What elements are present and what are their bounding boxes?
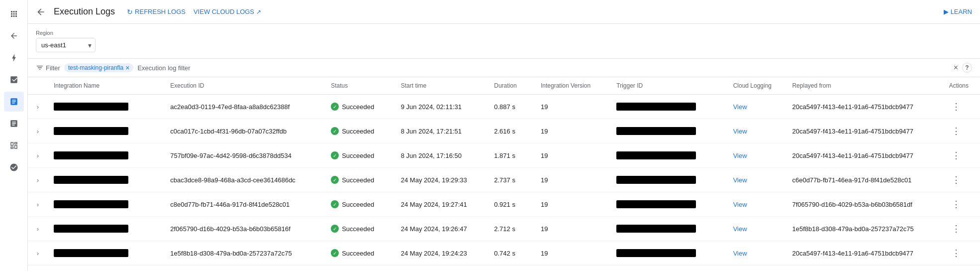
row-more-button[interactable]: ⋮: [949, 100, 963, 114]
cloud-logging-view-link[interactable]: View: [733, 103, 747, 111]
back-nav-icon[interactable]: [4, 26, 24, 46]
status-icon: ✓: [331, 103, 339, 111]
help-icon[interactable]: ?: [962, 63, 972, 73]
row-more-button[interactable]: ⋮: [949, 148, 963, 162]
cloud-logging-view-link[interactable]: View: [733, 225, 747, 233]
actions-cell: ⋮: [943, 168, 980, 192]
cloud-logging-cell: View: [727, 95, 786, 119]
grid-icon[interactable]: [4, 4, 24, 24]
region-select[interactable]: us-east1 us-central1 us-west1 europe-wes…: [36, 38, 96, 52]
region-label: Region: [36, 30, 972, 36]
filter-description: Execution log filter: [137, 64, 190, 72]
settings-icon[interactable]: [4, 157, 24, 177]
region-section: Region us-east1 us-central1 us-west1 eur…: [28, 24, 980, 59]
execution-id-cell: 1e5f8b18-d308-479a-bd0a-257237a72c75: [164, 241, 325, 266]
status-cell: ✓Succeeded: [325, 143, 395, 168]
execution-id-cell: cbac3dce8-98a9-468a-a3cd-cee3614686dc: [164, 168, 325, 192]
back-button[interactable]: [36, 7, 46, 17]
replayed-from-cell: c6e0d77b-fb71-46ea-917d-8f41de528c01: [786, 168, 943, 192]
execution-id-cell: c0ca017c-1cbd-4f31-96db-07a07c32ffdb: [164, 119, 325, 143]
executions-icon[interactable]: [4, 92, 24, 112]
sidebar: [0, 0, 28, 271]
table-row: ›757bf09e-97ac-4d42-9598-d6c3878dd534✓Su…: [28, 143, 980, 168]
status-icon: ✓: [331, 127, 339, 135]
col-duration-header: Duration: [488, 77, 535, 95]
col-name-header: Integration Name: [48, 77, 164, 95]
integration-name-redacted: [54, 249, 128, 257]
execution-id-cell: c8e0d77b-fb71-446a-917d-8f41de528c01: [164, 192, 325, 217]
row-expand-button[interactable]: ›: [34, 201, 42, 208]
filter-chip-close-icon[interactable]: ×: [125, 64, 129, 71]
cloud-logging-view-link[interactable]: View: [733, 201, 747, 208]
status-cell: ✓Succeeded: [325, 192, 395, 217]
col-cloud-header: Cloud Logging: [727, 77, 786, 95]
monitor-icon[interactable]: [4, 114, 24, 134]
status-text: Succeeded: [342, 225, 374, 233]
cloud-logging-view-link[interactable]: View: [733, 176, 747, 184]
row-expand-button[interactable]: ›: [34, 177, 42, 184]
row-more-button[interactable]: ⋮: [949, 197, 963, 211]
integration-version-cell: 19: [535, 266, 610, 271]
status-cell: ✓Succeeded: [325, 241, 395, 266]
refresh-logs-button[interactable]: ↻ REFRESH LOGS: [127, 8, 186, 16]
filter-label: Filter: [46, 64, 60, 72]
status-cell: ✓Succeeded: [325, 217, 395, 241]
col-trigger-header: Trigger ID: [610, 77, 727, 95]
cloud-logging-cell: View: [727, 241, 786, 266]
cloud-logging-cell: View: [727, 192, 786, 217]
status-icon: ✓: [331, 225, 339, 233]
start-time-cell: 24 May 2024, 19:27:41: [395, 192, 488, 217]
table-row: ›20ca5497-f413-4e11-91a6-4751bdcb9477✓Su…: [28, 266, 980, 271]
filter-chip[interactable]: test-masking-piranfla ×: [64, 63, 134, 72]
cloud-logging-view-link[interactable]: View: [733, 128, 747, 135]
learn-button[interactable]: ▶ LEARN: [944, 8, 972, 15]
duration-cell: 4.663 s: [488, 266, 535, 271]
table-row: ›cbac3dce8-98a9-468a-a3cd-cee3614686dc✓S…: [28, 168, 980, 192]
replayed-from-cell: ed47566b-cc85-43de-8559-31c1c559c16b: [786, 266, 943, 271]
integration-name-cell: [48, 95, 164, 119]
row-expand-button[interactable]: ›: [34, 250, 42, 257]
connectors-icon[interactable]: [4, 70, 24, 90]
filter-button[interactable]: Filter: [36, 64, 60, 72]
status-icon: ✓: [331, 176, 339, 184]
integration-version-cell: 19: [535, 192, 610, 217]
row-more-button[interactable]: ⋮: [949, 222, 963, 236]
table-row: ›2f065790-d16b-4029-b53a-b6b03b65816f✓Su…: [28, 217, 980, 241]
replayed-from-cell: 20ca5497-f413-4e11-91a6-4751bdcb9477: [786, 119, 943, 143]
templates-icon[interactable]: [4, 136, 24, 155]
row-expand-button[interactable]: ›: [34, 226, 42, 233]
col-version-header: Integration Version: [535, 77, 610, 95]
trigger-id-redacted: [616, 200, 696, 208]
trigger-id-cell: [610, 266, 727, 271]
close-filter-icon[interactable]: ×: [954, 63, 958, 72]
row-more-button[interactable]: ⋮: [949, 173, 963, 187]
integration-name-cell: [48, 168, 164, 192]
cloud-logging-view-link[interactable]: View: [733, 250, 747, 257]
row-expand-button[interactable]: ›: [34, 152, 42, 159]
status-text: Succeeded: [342, 176, 374, 184]
filter-bar: Filter test-masking-piranfla × Execution…: [28, 59, 980, 77]
status-text: Succeeded: [342, 103, 374, 111]
start-time-cell: 24 May 2024, 19:29:33: [395, 168, 488, 192]
filter-bar-right: × ?: [954, 63, 972, 73]
row-expand-button[interactable]: ›: [34, 104, 42, 111]
row-more-button[interactable]: ⋮: [949, 246, 963, 260]
integration-version-cell: 19: [535, 95, 610, 119]
integration-version-cell: 19: [535, 217, 610, 241]
cloud-logging-cell: View: [727, 143, 786, 168]
row-more-button[interactable]: ⋮: [949, 124, 963, 138]
table-header-row: Integration Name Execution ID Status Sta…: [28, 77, 980, 95]
trigger-id-cell: [610, 241, 727, 266]
table-row: ›c8e0d77b-fb71-446a-917d-8f41de528c01✓Su…: [28, 192, 980, 217]
table-row: ›ac2ea0d3-0119-47ed-8faa-a8a8dc62388f✓Su…: [28, 95, 980, 119]
cloud-logging-view-link[interactable]: View: [733, 152, 747, 159]
replayed-from-cell: 20ca5497-f413-4e11-91a6-4751bdcb9477: [786, 241, 943, 266]
duration-cell: 0.887 s: [488, 95, 535, 119]
status-text: Succeeded: [342, 250, 374, 257]
integration-name-redacted: [54, 225, 128, 233]
trigger-id-redacted: [616, 176, 696, 184]
row-expand-button[interactable]: ›: [34, 128, 42, 135]
view-cloud-logs-button[interactable]: VIEW CLOUD LOGS ↗: [194, 8, 261, 15]
integrations-icon[interactable]: [4, 48, 24, 68]
status-cell: ✓Succeeded: [325, 119, 395, 143]
